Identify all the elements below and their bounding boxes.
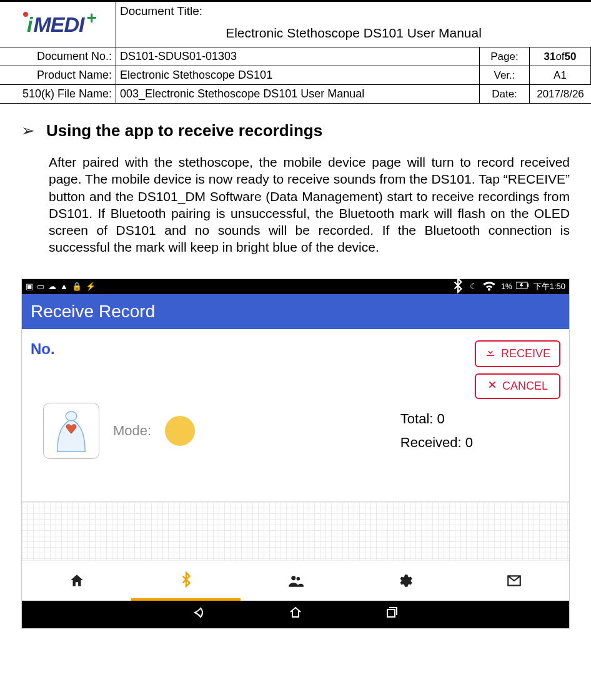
sys-home-button[interactable] [288,605,303,624]
tab-settings[interactable] [350,561,460,601]
page-label: Page: [480,47,530,66]
status-moon-icon: ☾ [470,282,477,291]
status-battery-icon [516,282,530,291]
status-bluetooth-icon [450,277,466,295]
section-paragraph: After paired with the stethoscope, the m… [49,154,570,256]
sys-back-button[interactable] [192,605,207,624]
page-total: 50 [565,51,577,63]
imedi-logo: i MEDI + [21,12,95,37]
section-heading-row: ➢ Using the app to receive recordings [21,121,570,140]
receive-button-label: RECEIVE [501,347,550,360]
product-value: Electronic Stethoscope DS101 [116,66,480,84]
docno-label: Document No.: [0,47,116,66]
status-plug-icon: ⚡ [86,282,96,291]
status-app-icon: ▣ [26,282,33,291]
phone-screenshot: ▣ ▭ ☁ ▲ 🔒 ⚡ ☾ 1% [21,279,570,629]
record-info-row: Mode: Total: 0 Received: 0 [31,403,560,459]
counts: Total: 0 Received: 0 [400,407,473,454]
close-icon [487,380,497,393]
ver-value: A1 [530,66,591,84]
svg-point-5 [297,577,300,581]
tab-bluetooth[interactable] [131,561,241,601]
svg-rect-1 [527,283,529,287]
body-position-icon[interactable] [43,403,99,459]
app-body: No. RECEIVE CANCEL [22,329,569,491]
received-label: Received: [400,435,465,450]
status-lock-icon: 🔒 [72,282,82,291]
svg-point-3 [66,412,77,421]
bullet-icon: ➢ [21,121,35,140]
title-cell: Document Title: Electronic Stethoscope D… [116,2,591,47]
sys-recent-button[interactable] [384,605,399,624]
svg-rect-6 [387,609,395,617]
mode-indicator-icon[interactable] [165,416,195,446]
tab-users[interactable] [241,561,350,601]
docno-value: DS101-SDUS01-01303 [116,47,480,66]
document-content: ➢ Using the app to receive recordings Af… [0,104,591,629]
status-battery-pct: 1% [501,282,512,291]
status-left: ▣ ▭ ☁ ▲ 🔒 ⚡ [26,282,96,291]
logo-cell: i MEDI + [0,2,116,47]
cancel-button-label: CANCEL [502,380,548,393]
file-value: 003_Electronic Stethoscope DS101 User Ma… [116,84,480,103]
cancel-button[interactable]: CANCEL [475,373,560,399]
logo-plus-icon: + [87,8,96,28]
document-title-value: Electronic Stethoscope DS101 User Manual [120,26,587,41]
status-bar: ▣ ▭ ☁ ▲ 🔒 ⚡ ☾ 1% [22,279,569,294]
logo-text-rest: MEDI [34,12,84,37]
document-title-label: Document Title: [120,4,587,18]
page-current: 31 [544,51,555,63]
waveform-grid [22,501,569,560]
total-row: Total: 0 [400,407,473,430]
app-bar-title: Receive Record [31,302,155,321]
date-value: 2017/8/26 [530,84,591,103]
app-bar: Receive Record [22,294,569,329]
file-label: 510(k) File Name: [0,84,116,103]
status-wifi-icon [481,277,497,295]
product-label: Product Name: [0,66,116,84]
status-cloud-icon: ☁ [48,282,56,291]
logo-text-i: i [27,12,32,37]
total-label: Total: [400,411,437,426]
received-value: 0 [465,435,473,450]
download-icon [485,347,496,361]
total-value: 0 [437,411,445,426]
tab-home[interactable] [22,561,131,601]
status-warning-icon: ▲ [60,282,68,291]
received-row: Received: 0 [400,431,473,454]
page-of: of [555,51,564,63]
svg-point-4 [291,576,296,580]
mode-label: Mode: [113,423,151,439]
bottom-nav [22,560,569,601]
date-label: Date: [480,84,530,103]
receive-button[interactable]: RECEIVE [475,340,560,367]
document-header: i MEDI + Document Title: Electronic Stet… [0,2,591,104]
status-time: 下午1:50 [534,281,565,292]
status-image-icon: ▭ [37,282,44,291]
tab-messages[interactable] [460,561,569,601]
action-buttons: RECEIVE CANCEL [475,340,560,399]
section-heading: Using the app to receive recordings [46,121,322,140]
page-value: 31 of 50 [530,47,591,66]
status-right: ☾ 1% 下午1:50 [450,277,565,295]
ver-label: Ver.: [480,66,530,84]
system-nav-bar [22,601,569,628]
svg-marker-2 [520,283,524,288]
